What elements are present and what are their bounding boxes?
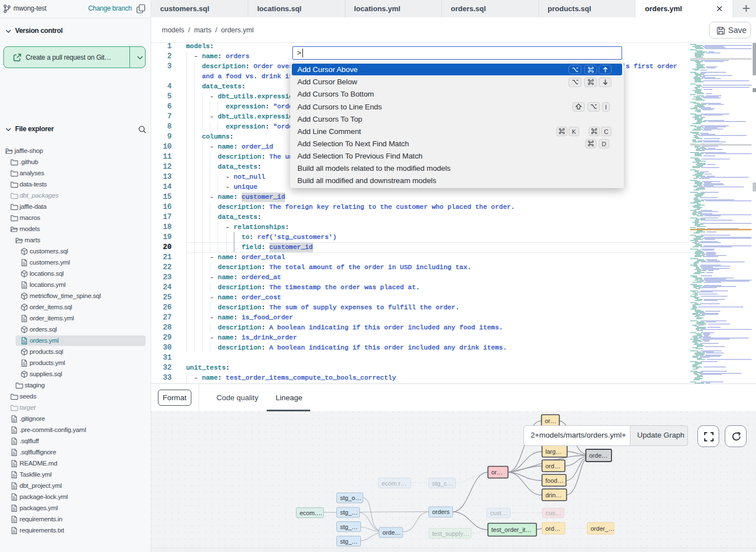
svg-text:ord…: ord… (546, 463, 561, 469)
svg-text:drin…: drin… (546, 492, 562, 498)
svg-text:stg_…: stg_… (340, 509, 358, 516)
svg-text:ord…: ord… (546, 525, 561, 532)
svg-text:ecom.…: ecom.… (300, 510, 322, 516)
svg-text:orde…: orde… (383, 529, 401, 536)
svg-text:stg_o…: stg_o… (340, 495, 362, 501)
svg-text:cust…: cust… (490, 510, 508, 516)
svg-text:food…: food… (546, 477, 564, 484)
svg-text:test_order_it…: test_order_it… (492, 526, 532, 533)
svg-text:or…: or… (492, 469, 503, 476)
svg-text:cus…: cus… (546, 510, 561, 516)
svg-text:stg_…: stg_… (340, 524, 358, 530)
svg-text:orde…: orde… (589, 452, 608, 459)
svg-text:larg…: larg… (546, 448, 562, 455)
svg-text:or…: or… (545, 417, 557, 424)
svg-text:ecom.r…: ecom.r… (382, 480, 407, 487)
svg-text:test_supply…: test_supply… (432, 530, 470, 537)
svg-text:orders: orders (432, 508, 450, 515)
svg-text:stg_c…: stg_c… (432, 480, 453, 487)
svg-text:order_…: order_… (591, 525, 615, 532)
svg-text:stg_…: stg_… (340, 538, 358, 545)
